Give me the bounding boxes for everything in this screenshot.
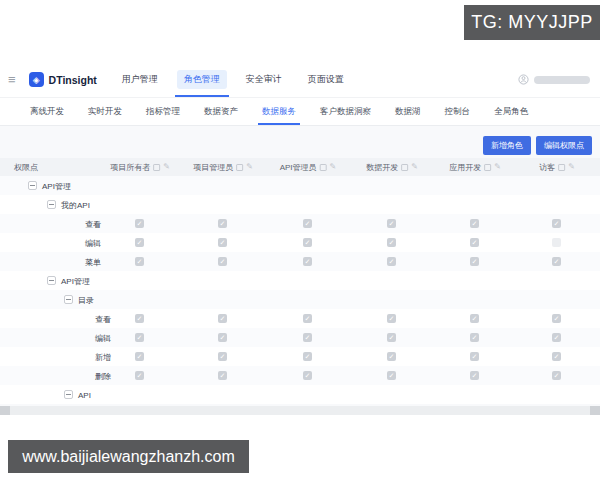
select-all-icon[interactable] bbox=[153, 164, 160, 171]
permission-checkbox[interactable]: ✓ bbox=[218, 371, 227, 380]
collapse-toggle-icon[interactable] bbox=[47, 200, 56, 209]
sub-nav-tab[interactable]: 数据湖 bbox=[383, 98, 433, 125]
sub-nav-tab[interactable]: 实时开发 bbox=[76, 98, 134, 125]
horizontal-scrollbar[interactable] bbox=[0, 406, 600, 415]
permission-checkbox[interactable]: ✓ bbox=[470, 371, 479, 380]
edit-column-icon[interactable]: ✎ bbox=[163, 163, 170, 171]
permission-checkbox[interactable]: ✓ bbox=[135, 333, 144, 342]
top-nav-item[interactable]: 页面设置 bbox=[295, 62, 357, 97]
edit-column-icon[interactable]: ✎ bbox=[246, 163, 253, 171]
permission-checkbox[interactable]: ✓ bbox=[303, 352, 312, 361]
select-all-icon[interactable] bbox=[401, 164, 408, 171]
permission-checkbox[interactable]: ✓ bbox=[552, 219, 561, 228]
permission-checkbox[interactable]: ✓ bbox=[552, 371, 561, 380]
select-all-icon[interactable] bbox=[320, 164, 327, 171]
content-area: 新增角色编辑权限点 权限点 项目所有者✎项目管理员✎API管理员✎数据开发✎应用… bbox=[0, 126, 600, 406]
permission-checkbox[interactable]: ✓ bbox=[470, 219, 479, 228]
permission-leaf-label: 查看 bbox=[85, 218, 101, 229]
permission-checkbox[interactable]: ✓ bbox=[218, 352, 227, 361]
toolbar: 新增角色编辑权限点 bbox=[483, 136, 592, 155]
sub-nav-tab[interactable]: 数据资产 bbox=[192, 98, 250, 125]
check-mark-icon: ✓ bbox=[220, 220, 226, 227]
permission-checkbox[interactable]: ✓ bbox=[387, 257, 396, 266]
permission-checkbox[interactable]: ✓ bbox=[218, 333, 227, 342]
collapse-toggle-icon[interactable] bbox=[47, 276, 56, 285]
permission-checkbox[interactable]: ✓ bbox=[470, 238, 479, 247]
sub-nav-tab[interactable]: 客户数据洞察 bbox=[308, 98, 383, 125]
permission-checkbox[interactable]: ✓ bbox=[552, 314, 561, 323]
permission-leaf-label: 菜单 bbox=[85, 256, 101, 267]
select-all-icon[interactable] bbox=[484, 164, 491, 171]
top-nav-item[interactable]: 用户管理 bbox=[109, 62, 171, 97]
permission-checkbox[interactable]: ✓ bbox=[135, 371, 144, 380]
sub-nav-tab[interactable]: 数据服务 bbox=[250, 98, 308, 125]
permission-checkbox[interactable]: ✓ bbox=[552, 352, 561, 361]
sub-nav-tab[interactable]: 指标管理 bbox=[134, 98, 192, 125]
permission-checkbox[interactable]: ✓ bbox=[218, 238, 227, 247]
scrollbar-left-arrow[interactable] bbox=[0, 406, 10, 415]
permission-checkbox[interactable]: ✓ bbox=[135, 238, 144, 247]
edit-column-icon[interactable]: ✎ bbox=[411, 163, 418, 171]
permission-checkbox[interactable]: ✓ bbox=[218, 257, 227, 266]
top-nav-item[interactable]: 安全审计 bbox=[233, 62, 295, 97]
permission-checkbox[interactable]: ✓ bbox=[303, 314, 312, 323]
permission-checkbox[interactable]: ✓ bbox=[135, 314, 144, 323]
permission-checkbox[interactable]: ✓ bbox=[218, 219, 227, 228]
check-mark-icon: ✓ bbox=[305, 315, 311, 322]
dtinsight-logo-icon: ◈ bbox=[29, 72, 44, 87]
permission-checkbox[interactable]: ✓ bbox=[552, 257, 561, 266]
sub-nav-tab[interactable]: 离线开发 bbox=[18, 98, 76, 125]
check-mark-icon: ✓ bbox=[389, 258, 395, 265]
permission-node-label: API bbox=[78, 390, 91, 399]
sub-nav-tab[interactable]: 全局角色 bbox=[482, 98, 540, 125]
collapse-toggle-icon[interactable] bbox=[28, 181, 37, 190]
top-nav-item[interactable]: 角色管理 bbox=[171, 62, 233, 97]
check-mark-icon: ✓ bbox=[137, 239, 143, 246]
top-nav-right bbox=[518, 74, 590, 85]
permission-checkbox[interactable]: ✓ bbox=[303, 333, 312, 342]
permission-checkbox[interactable]: ✓ bbox=[135, 219, 144, 228]
permission-checkbox[interactable]: ✓ bbox=[135, 257, 144, 266]
role-column-header: 应用开发✎ bbox=[449, 158, 501, 176]
add-role-button[interactable]: 新增角色 bbox=[483, 136, 531, 155]
check-mark-icon: ✓ bbox=[220, 258, 226, 265]
permission-checkbox[interactable]: ✓ bbox=[470, 333, 479, 342]
role-column-label: 项目所有者 bbox=[110, 162, 150, 173]
permission-checkbox[interactable]: ✓ bbox=[387, 238, 396, 247]
permission-checkbox[interactable]: ✓ bbox=[303, 219, 312, 228]
permission-checkbox[interactable]: ✓ bbox=[387, 219, 396, 228]
scrollbar-right-arrow[interactable] bbox=[590, 406, 600, 415]
check-mark-icon: ✓ bbox=[305, 258, 311, 265]
select-all-icon[interactable] bbox=[558, 164, 565, 171]
permission-checkbox[interactable]: ✓ bbox=[303, 238, 312, 247]
permission-checkbox[interactable]: ✓ bbox=[303, 371, 312, 380]
permission-checkbox[interactable]: ✓ bbox=[387, 352, 396, 361]
permission-checkbox[interactable]: ✓ bbox=[470, 352, 479, 361]
collapse-toggle-icon[interactable] bbox=[64, 295, 73, 304]
permission-checkbox[interactable]: ✓ bbox=[387, 371, 396, 380]
permission-checkbox[interactable]: ✓ bbox=[303, 257, 312, 266]
check-mark-icon: ✓ bbox=[389, 353, 395, 360]
sub-nav-tab[interactable]: 控制台 bbox=[433, 98, 483, 125]
user-avatar-icon[interactable] bbox=[518, 74, 529, 85]
hamburger-menu-icon[interactable]: ≡ bbox=[8, 73, 16, 86]
permission-checkbox[interactable]: ✓ bbox=[135, 352, 144, 361]
edit-permission-points-button[interactable]: 编辑权限点 bbox=[536, 136, 592, 155]
role-column-header: 项目管理员✎ bbox=[193, 158, 253, 176]
table-header-row: 权限点 项目所有者✎项目管理员✎API管理员✎数据开发✎应用开发✎访客✎ bbox=[0, 158, 600, 176]
check-mark-icon: ✓ bbox=[554, 353, 560, 360]
edit-column-icon[interactable]: ✎ bbox=[330, 163, 337, 171]
permission-checkbox[interactable]: ✓ bbox=[552, 333, 561, 342]
permission-checkbox[interactable]: ✓ bbox=[470, 314, 479, 323]
check-mark-icon: ✓ bbox=[220, 334, 226, 341]
collapse-toggle-icon[interactable] bbox=[64, 390, 73, 399]
permission-checkbox[interactable] bbox=[552, 238, 561, 247]
permission-checkbox[interactable]: ✓ bbox=[387, 333, 396, 342]
edit-column-icon[interactable]: ✎ bbox=[568, 163, 575, 171]
permission-checkbox[interactable]: ✓ bbox=[218, 314, 227, 323]
check-mark-icon: ✓ bbox=[137, 334, 143, 341]
permission-checkbox[interactable]: ✓ bbox=[470, 257, 479, 266]
edit-column-icon[interactable]: ✎ bbox=[494, 163, 501, 171]
permission-checkbox[interactable]: ✓ bbox=[387, 314, 396, 323]
select-all-icon[interactable] bbox=[236, 164, 243, 171]
